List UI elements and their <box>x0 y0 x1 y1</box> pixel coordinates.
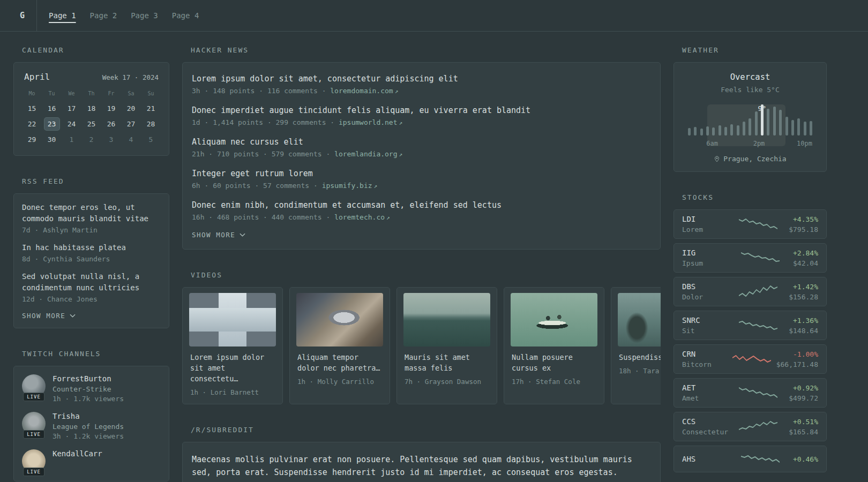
rss-item[interactable]: Sed volutpat nulla nisl, a condimentum n… <box>22 271 161 303</box>
twitch-game[interactable]: League of Legends <box>53 423 124 431</box>
hn-item: Lorem ipsum dolor sit amet, consectetur … <box>192 73 651 95</box>
hn-item: Donec imperdiet augue tincidunt felis al… <box>192 104 651 126</box>
stock-row[interactable]: SNRC Sit +1.36% $148.64 <box>674 311 827 340</box>
twitch-channel-row[interactable]: LIVE ForrestBurton Counter-Strike 1h · 1… <box>22 374 161 403</box>
stock-row[interactable]: AET Amet +0.92% $499.72 <box>674 378 827 408</box>
subreddit-post-title[interactable]: Maecenas mollis pulvinar erat non posuer… <box>192 453 651 479</box>
video-title[interactable]: Mauris sit amet massa felis <box>405 352 489 373</box>
rss-item-meta: 8d · Cynthia Saunders <box>22 255 161 263</box>
video-meta: 1h · Lori Barnett <box>189 388 276 396</box>
hackernews-show-more-button[interactable]: SHOW MORE <box>192 231 651 239</box>
calendar-day: 16 <box>44 102 59 115</box>
weather-bar <box>737 125 739 135</box>
video-title[interactable]: Suspendisse diam <box>619 352 661 363</box>
rss-item-title[interactable]: Donec tempor eros leo, ut commodo mauris… <box>22 202 161 224</box>
video-title[interactable]: Aliquam tempor dolor nec pharetra… <box>297 352 382 373</box>
hn-domain-link[interactable]: loremdomain.com↗ <box>330 87 398 95</box>
hn-item-title[interactable]: Donec imperdiet augue tincidunt felis al… <box>192 104 651 116</box>
rss-show-more-button[interactable]: SHOW MORE <box>22 312 161 320</box>
live-badge: LIVE <box>23 468 44 476</box>
hackernews-widget-title: HACKER NEWS <box>182 46 661 54</box>
weather-time-label: 10pm <box>797 140 812 147</box>
app-logo[interactable]: G <box>13 0 37 31</box>
stock-row[interactable]: AHS +0.46% <box>674 446 827 472</box>
weather-location-text: Prague, Czechia <box>723 155 786 163</box>
stock-row[interactable]: IIG Ipsum +2.84% $42.04 <box>674 243 827 273</box>
page-tab[interactable]: Page 1 <box>49 11 76 20</box>
hn-item-title[interactable]: Aliquam nec cursus elit <box>192 136 651 148</box>
stock-name: Bitcorn <box>682 360 727 368</box>
stock-symbol: AHS <box>682 455 727 463</box>
video-thumbnail[interactable] <box>296 293 383 347</box>
twitch-avatar-wrap: LIVE <box>22 374 46 398</box>
stock-values: +2.84% $42.04 <box>793 249 818 267</box>
twitch-channel-name[interactable]: ForrestBurton <box>53 374 124 383</box>
stock-price: $499.72 <box>789 394 818 402</box>
weather-time-axis: 6am 2pm 10pm <box>687 140 813 148</box>
twitch-channel-name[interactable]: Trisha <box>53 412 124 420</box>
hn-item-title[interactable]: Integer eget rutrum lorem <box>192 168 651 179</box>
twitch-channel-name[interactable]: KendallCarr <box>53 449 102 458</box>
video-card[interactable]: Suspendisse diam 18h · Tara <box>611 287 661 404</box>
weather-time-label: 2pm <box>753 140 765 147</box>
video-card[interactable]: Nullam posuere cursus ex 17h · Stefan Co… <box>504 287 604 404</box>
calendar-week-label: Week 17 · 2024 <box>102 73 159 81</box>
twitch-game[interactable]: Counter-Strike <box>53 385 124 393</box>
rss-item[interactable]: In hac habitasse platea 8d · Cynthia Sau… <box>22 242 161 263</box>
stock-symbol: AET <box>682 383 727 392</box>
stock-price: $148.64 <box>789 327 818 335</box>
rss-item-title[interactable]: In hac habitasse platea <box>22 242 161 253</box>
stock-row[interactable]: CCS Consectetur +0.51% $165.84 <box>674 412 827 441</box>
twitch-avatar-wrap: LIVE <box>22 449 46 473</box>
video-card[interactable]: Aliquam tempor dolor nec pharetra… 1h · … <box>289 287 390 404</box>
twitch-channel-info: KendallCarr <box>53 449 102 473</box>
video-card[interactable]: Lorem ipsum dolor sit amet consectetu… 1… <box>182 287 283 404</box>
hn-domain-link[interactable]: ipsumify.biz↗ <box>322 182 378 190</box>
video-thumbnail[interactable] <box>618 293 661 347</box>
calendar-widget: CALENDAR April Week 17 · 2024 Mo Tu We <box>13 46 169 156</box>
stock-row[interactable]: CRN Bitcorn -1.00% $66,171.48 <box>674 344 827 374</box>
video-thumbnail[interactable] <box>189 293 276 347</box>
video-title[interactable]: Lorem ipsum dolor sit amet consectetu… <box>190 352 275 384</box>
weather-bar <box>724 127 727 135</box>
weather-bar <box>810 121 812 135</box>
hn-item-title[interactable]: Lorem ipsum dolor sit amet, consectetur … <box>192 73 651 85</box>
video-meta: 7h · Grayson Dawson <box>403 378 490 386</box>
stock-change: +0.92% <box>789 384 818 392</box>
stock-sparkline <box>739 216 777 232</box>
page-tab[interactable]: Page 4 <box>172 11 199 20</box>
calendar-day: 1 <box>64 133 79 146</box>
video-list: Lorem ipsum dolor sit amet consectetu… 1… <box>182 287 661 404</box>
chevron-down-icon <box>240 233 245 237</box>
page-tab[interactable]: Page 3 <box>131 11 158 20</box>
rss-item[interactable]: Donec tempor eros leo, ut commodo mauris… <box>22 202 161 234</box>
video-title[interactable]: Nullam posuere cursus ex <box>512 352 596 373</box>
stock-row[interactable]: LDI Lorem +4.35% $795.18 <box>674 209 827 239</box>
twitch-channel-row[interactable]: LIVE KendallCarr <box>22 449 161 473</box>
page-tab[interactable]: Page 2 <box>90 11 117 20</box>
stock-sparkline <box>741 451 780 467</box>
rss-widget: RSS FEED Donec tempor eros leo, ut commo… <box>13 177 169 328</box>
video-thumbnail[interactable] <box>511 293 597 347</box>
hn-domain-link[interactable]: loremtech.co↗ <box>334 213 390 221</box>
videos-widget-title: VIDEOS <box>182 271 661 279</box>
hn-domain-link[interactable]: ipsumworld.net↗ <box>339 118 402 126</box>
twitch-avatar-wrap: LIVE <box>22 412 46 435</box>
external-link-icon: ↗ <box>374 183 378 190</box>
stock-price: $42.04 <box>793 259 818 267</box>
video-thumbnail[interactable] <box>403 293 490 347</box>
stock-identity: LDI Lorem <box>682 215 727 234</box>
stocks-widget: STOCKS LDI Lorem +4.35% $795.18 <box>674 193 827 472</box>
stock-change: +1.42% <box>789 283 818 291</box>
hn-domain-link[interactable]: loremlandia.org↗ <box>334 150 402 158</box>
hn-meta-text: 6h · 60 points · 57 comments · <box>192 182 322 190</box>
hn-item-title[interactable]: Donec enim nibh, condimentum et accumsan… <box>192 199 651 211</box>
video-card[interactable]: Mauris sit amet massa felis 7h · Grayson… <box>396 287 497 404</box>
stock-symbol: SNRC <box>682 316 727 325</box>
weather-bar <box>767 109 769 135</box>
hn-domain-text: loremtech.co <box>334 213 385 221</box>
twitch-channel-row[interactable]: LIVE Trisha League of Legends 3h · 1.2k … <box>22 412 161 440</box>
stock-row[interactable]: DBS Dolor +1.42% $156.28 <box>674 277 827 306</box>
rss-item-title[interactable]: Sed volutpat nulla nisl, a condimentum n… <box>22 271 161 293</box>
middle-column: HACKER NEWS Lorem ipsum dolor sit amet, … <box>182 46 661 482</box>
